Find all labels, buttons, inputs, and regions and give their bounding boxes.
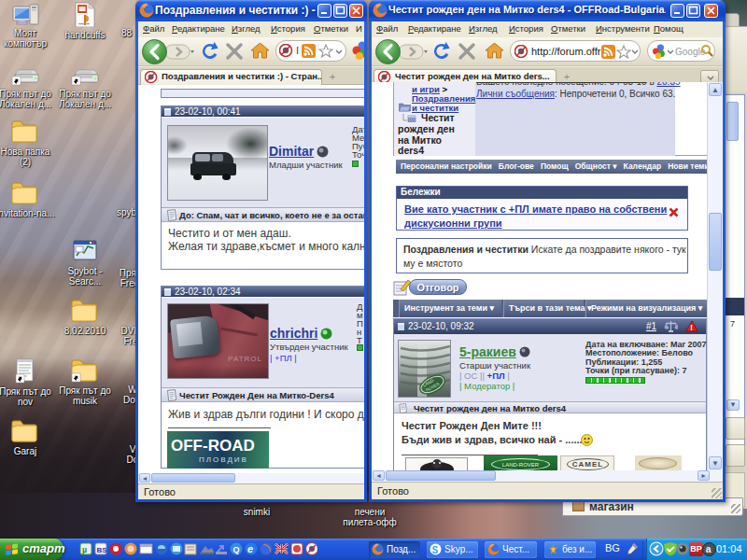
svg-text:S: S <box>432 545 439 555</box>
svg-text:BS: BS <box>97 546 108 554</box>
svg-text:Q: Q <box>233 545 240 554</box>
svg-text:!: ! <box>690 323 693 332</box>
svg-text:e: e <box>247 543 253 554</box>
svg-text:a: a <box>706 544 712 554</box>
svg-text:µ: µ <box>82 545 87 554</box>
